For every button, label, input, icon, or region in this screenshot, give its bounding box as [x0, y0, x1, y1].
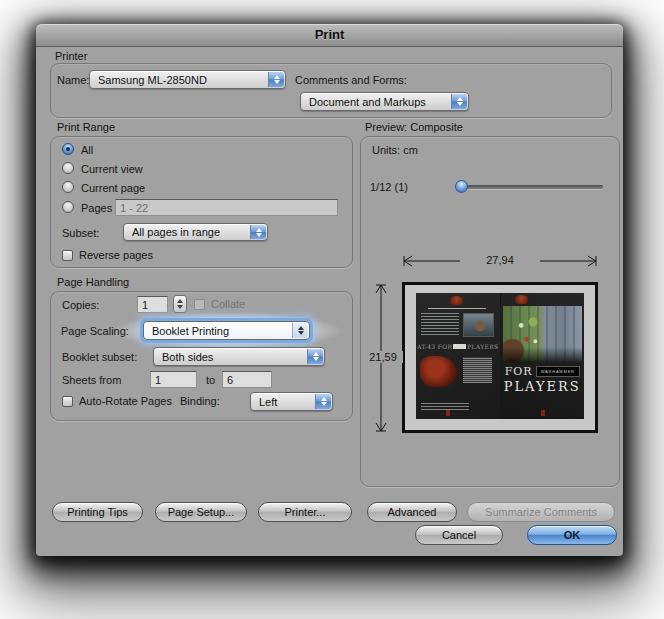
popup-arrows-icon: [250, 225, 266, 239]
popup-arrows-icon: [292, 323, 308, 338]
booklet-subset-value: Both sides: [162, 351, 213, 363]
window-title: Print: [315, 27, 345, 42]
sheets-from-label: Sheets from: [62, 374, 121, 386]
screenshot-canvas: Print Printer Name: Samsung ML-2850ND Co…: [0, 0, 664, 619]
page-scaling-label: Page Scaling:: [61, 325, 129, 337]
popup-arrows-icon: [268, 72, 284, 87]
auto-rotate-label: Auto-Rotate Pages: [79, 395, 172, 407]
summarize-comments-button: Summarize Comments: [467, 502, 615, 522]
sheets-from-input[interactable]: [150, 371, 197, 388]
ok-button[interactable]: OK: [527, 525, 617, 545]
booklet-back-cover: AT-43 FORPLAYERS: [416, 293, 500, 419]
copies-input[interactable]: [137, 296, 168, 313]
miniatures-photo: [503, 306, 583, 363]
subset-select[interactable]: All pages in range: [123, 223, 268, 241]
page-scaling-select[interactable]: Booklet Printing: [143, 321, 310, 340]
units-label: Units: cm: [372, 144, 418, 156]
printer-name-value: Samsung ML-2850ND: [98, 74, 207, 86]
publisher-emblem-icon: [515, 295, 528, 304]
radio-current-page[interactable]: [62, 181, 74, 193]
preview-zoom-slider-thumb[interactable]: [455, 180, 468, 193]
zoom-indicator: 1/12 (1): [370, 181, 408, 193]
height-dimension-value: 21,59: [363, 351, 403, 363]
front-cover-title: FOR WARHAMMER PLAYERS: [501, 365, 585, 394]
copies-stepper[interactable]: [173, 295, 187, 313]
radio-current-page-label: Current page: [81, 182, 145, 194]
printer-section-label: Printer: [55, 50, 87, 62]
comments-forms-value: Document and Markups: [309, 96, 426, 108]
popup-arrows-icon: [451, 94, 467, 109]
publisher-emblem-icon: [450, 296, 463, 305]
red-artwork: [420, 356, 457, 387]
page-scaling-value: Booklet Printing: [152, 325, 229, 337]
fine-print-block: [463, 357, 492, 383]
radio-current-view[interactable]: [62, 162, 74, 174]
booklet-front-cover: FOR WARHAMMER PLAYERS: [501, 293, 585, 419]
reverse-pages-label: Reverse pages: [79, 249, 153, 261]
subset-label: Subset:: [62, 227, 99, 239]
booklet-spread: AT-43 FORPLAYERS FOR WARHAMMER: [416, 293, 584, 419]
subset-value: All pages in range: [132, 226, 220, 238]
print-dialog: Print Printer Name: Samsung ML-2850ND Co…: [36, 24, 623, 556]
popup-arrows-icon: [315, 394, 331, 409]
radio-pages-label: Pages: [81, 202, 112, 214]
back-cover-title: AT-43 FORPLAYERS: [416, 343, 500, 350]
binding-value: Left: [259, 396, 277, 408]
auto-rotate-checkbox[interactable]: [62, 396, 73, 407]
printer-name-select[interactable]: Samsung ML-2850ND: [89, 70, 286, 89]
advanced-button[interactable]: Advanced: [367, 502, 457, 522]
printer-name-label: Name:: [57, 74, 89, 86]
radio-pages[interactable]: [62, 201, 74, 213]
miniature-photo: [463, 313, 494, 337]
width-dimension-value: 27,94: [460, 254, 540, 266]
reverse-pages-checkbox[interactable]: [62, 250, 73, 261]
printer-button[interactable]: Printer...: [258, 502, 352, 522]
print-range-section-label: Print Range: [57, 121, 115, 133]
radio-current-view-label: Current view: [81, 163, 143, 175]
collate-checkbox: [194, 299, 205, 310]
page-setup-button[interactable]: Page Setup...: [155, 502, 247, 522]
popup-arrows-icon: [307, 349, 323, 364]
title-bar[interactable]: Print: [36, 24, 623, 47]
binding-select[interactable]: Left: [250, 392, 333, 411]
radio-all[interactable]: [62, 143, 74, 155]
printing-tips-button[interactable]: Printing Tips: [52, 502, 143, 522]
preview-section-label: Preview: Composite: [365, 121, 463, 133]
cancel-button[interactable]: Cancel: [415, 525, 503, 545]
preview-zoom-slider-track[interactable]: [455, 185, 603, 189]
sheets-to-label: to: [206, 374, 215, 386]
booklet-subset-label: Booklet subset:: [62, 351, 137, 363]
comments-forms-select[interactable]: Document and Markups: [300, 92, 469, 111]
copies-label: Copies:: [62, 299, 99, 311]
collate-label: Collate: [211, 298, 245, 310]
booklet-subset-select[interactable]: Both sides: [153, 347, 325, 366]
sheets-to-input[interactable]: [222, 371, 272, 388]
comments-forms-label: Comments and Forms:: [295, 74, 407, 86]
binding-label: Binding:: [180, 395, 220, 407]
pages-range-input[interactable]: [115, 199, 338, 216]
preview-page-thumbnail: AT-43 FORPLAYERS FOR WARHAMMER: [402, 282, 598, 433]
radio-all-label: All: [81, 144, 93, 156]
page-handling-section-label: Page Handling: [57, 276, 129, 288]
